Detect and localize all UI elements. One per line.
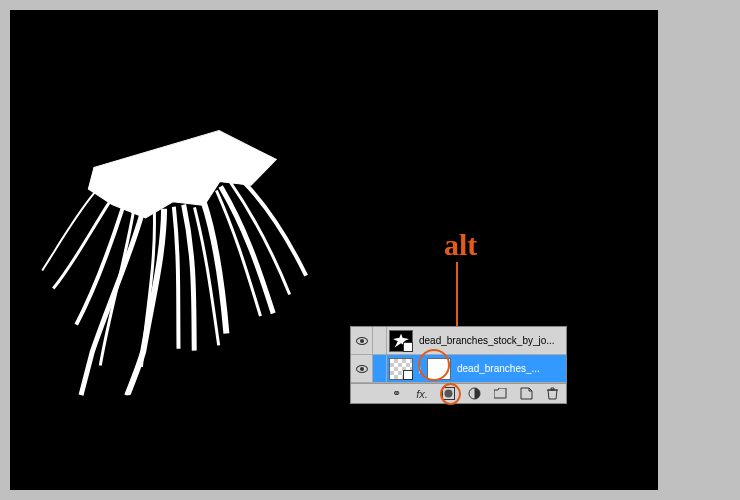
eye-icon xyxy=(356,337,368,345)
visibility-toggle[interactable] xyxy=(351,355,373,382)
layers-panel-footer: ⚭ fx. xyxy=(351,383,566,403)
layer-thumbnail[interactable] xyxy=(389,330,413,352)
add-mask-button[interactable] xyxy=(440,386,456,402)
adjustment-layer-button[interactable] xyxy=(466,386,482,402)
layer-row[interactable]: dead_branches_stock_by_jo... xyxy=(351,327,566,355)
layer-name[interactable]: dead_branches_stock_by_jo... xyxy=(415,335,566,346)
mask-link-icon[interactable]: ⟩ xyxy=(415,364,425,374)
new-layer-button[interactable] xyxy=(518,386,534,402)
layer-row-selected[interactable]: ⟩ dead_branches_... xyxy=(351,355,566,383)
delete-layer-button[interactable] xyxy=(544,386,560,402)
layer-name[interactable]: dead_branches_... xyxy=(453,363,566,374)
link-layers-button[interactable]: ⚭ xyxy=(388,386,404,402)
branches-artwork xyxy=(1,51,369,419)
new-group-button[interactable] xyxy=(492,386,508,402)
lock-column[interactable] xyxy=(373,355,387,382)
layer-thumbnail[interactable] xyxy=(389,358,413,380)
visibility-toggle[interactable] xyxy=(351,327,373,354)
svg-marker-0 xyxy=(82,120,282,228)
layers-panel[interactable]: dead_branches_stock_by_jo... ⟩ dead_bran… xyxy=(350,326,567,404)
document-canvas[interactable] xyxy=(10,10,658,490)
annotation-label: alt xyxy=(444,228,477,262)
lock-column[interactable] xyxy=(373,327,387,354)
layer-fx-button[interactable]: fx. xyxy=(414,386,430,402)
svg-point-6 xyxy=(444,390,452,398)
layer-mask-thumbnail[interactable] xyxy=(427,358,451,380)
eye-icon xyxy=(356,365,368,373)
